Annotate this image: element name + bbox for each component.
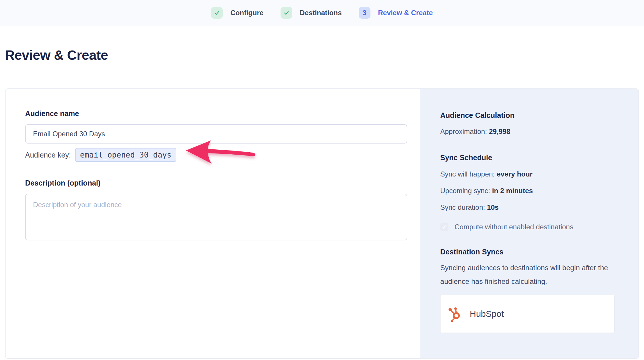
step-label: Destinations xyxy=(300,9,342,17)
destination-name: HubSpot xyxy=(470,309,504,319)
review-card: Audience name Audience key: email_opened… xyxy=(5,88,639,359)
check-icon xyxy=(211,7,223,19)
upcoming-sync-value: in 2 minutes xyxy=(492,187,533,195)
approximation-value: 29,998 xyxy=(489,127,510,135)
sync-duration-row: Sync duration: 10s xyxy=(440,203,619,212)
hubspot-logo-icon xyxy=(448,306,462,322)
sync-frequency-label: Sync will happen: xyxy=(440,170,495,178)
compute-checkbox[interactable]: ✓ xyxy=(440,223,448,231)
audience-calculation-title: Audience Calculation xyxy=(440,111,619,120)
upcoming-sync-row: Upcoming sync: in 2 minutes xyxy=(440,186,619,195)
audience-key-label: Audience key: xyxy=(25,151,71,159)
audience-form: Audience name Audience key: email_opened… xyxy=(25,109,412,240)
page-title: Review & Create xyxy=(5,47,108,63)
audience-key-row: Audience key: email_opened_30_days xyxy=(25,148,412,162)
wizard-stepper-bar: Configure Destinations 3 Review & Create xyxy=(0,0,644,26)
step-label: Configure xyxy=(230,9,263,17)
audience-key-chip: email_opened_30_days xyxy=(75,148,176,162)
approximation-label: Approximation: xyxy=(440,127,487,135)
sync-duration-label: Sync duration: xyxy=(440,203,485,211)
sync-schedule-title: Sync Schedule xyxy=(440,153,619,162)
audience-name-input[interactable] xyxy=(25,124,407,144)
step-configure[interactable]: Configure xyxy=(211,7,263,19)
upcoming-sync-label: Upcoming sync: xyxy=(440,187,490,195)
sync-frequency-value: every hour xyxy=(497,170,532,178)
destination-hubspot-card[interactable]: HubSpot xyxy=(440,295,615,333)
destination-syncs-title: Destination Syncs xyxy=(440,248,619,256)
destination-syncs-description: Syncing audiences to destinations will b… xyxy=(440,261,618,288)
step-destinations[interactable]: Destinations xyxy=(281,7,342,19)
summary-panel: Audience Calculation Approximation: 29,9… xyxy=(420,89,639,358)
sync-frequency-row: Sync will happen: every hour xyxy=(440,170,619,179)
check-icon xyxy=(281,7,292,19)
description-textarea[interactable] xyxy=(25,194,407,240)
stepper: Configure Destinations 3 Review & Create xyxy=(211,7,433,19)
step-label: Review & Create xyxy=(378,9,433,17)
description-label: Description (optional) xyxy=(25,179,412,187)
approximation-line: Approximation: 29,998 xyxy=(440,127,619,136)
sync-duration-value: 10s xyxy=(487,203,499,211)
step-number-badge: 3 xyxy=(359,7,370,19)
compute-checkbox-label: Compute without enabled destinations xyxy=(455,223,573,231)
step-review-create[interactable]: 3 Review & Create xyxy=(359,7,433,19)
audience-name-label: Audience name xyxy=(25,109,412,118)
compute-checkbox-row: ✓ Compute without enabled destinations xyxy=(440,223,619,231)
